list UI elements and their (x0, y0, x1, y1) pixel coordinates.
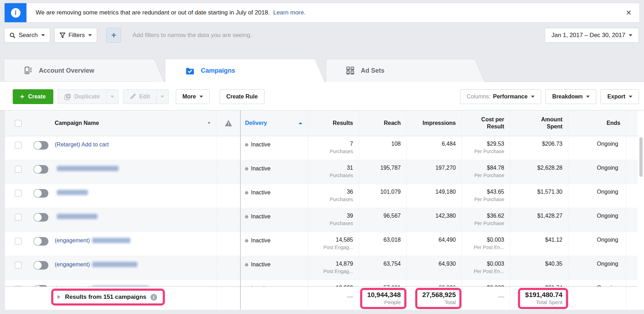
select-all-checkbox[interactable] (15, 120, 22, 127)
campaign-name-link[interactable] (55, 189, 88, 195)
more-button[interactable]: More (176, 89, 210, 104)
redacted-name-blur (57, 214, 97, 219)
expand-triangle-icon[interactable] (58, 295, 60, 299)
toggle-knob (34, 189, 42, 197)
impressions-cell: 149,180 (406, 184, 461, 208)
summary-spent-value: $191,480.74 (525, 291, 562, 299)
summary-cost-value: — (498, 287, 510, 300)
ends-header[interactable]: Ends (568, 110, 626, 136)
spacer-cell (626, 160, 638, 184)
results-cell: 36 Purchases (308, 184, 359, 208)
campaign-toggle[interactable] (34, 237, 48, 246)
info-icon[interactable]: i (150, 294, 157, 301)
search-button[interactable]: Search (4, 28, 50, 43)
tab-campaigns[interactable]: Campaigns (166, 59, 324, 82)
delivery-status: Inactive (251, 141, 270, 147)
results-header[interactable]: Results (308, 110, 359, 136)
impressions-cell: 64,930 (406, 256, 461, 280)
row-checkbox[interactable] (15, 214, 22, 221)
row-toggle-cell (31, 256, 51, 280)
edit-button[interactable]: Edit (123, 90, 156, 104)
row-checkbox[interactable] (15, 262, 22, 268)
breakdown-button[interactable]: Breakdown (545, 89, 596, 104)
add-filter-button[interactable]: + (106, 28, 121, 43)
amount-spent-header[interactable]: Amount Spent (510, 110, 568, 136)
status-dot (245, 191, 248, 194)
ends-value: Ongoing (571, 237, 618, 243)
campaign-toggle[interactable] (34, 189, 48, 198)
tab-campaigns-label: Campaigns (201, 67, 235, 74)
row-toggle-cell (31, 208, 51, 232)
row-toggle-cell (31, 136, 51, 160)
campaign-toggle[interactable] (34, 261, 48, 270)
toggle-knob (34, 213, 42, 221)
results-type: Purchases (310, 221, 353, 226)
export-button-label: Export (607, 93, 625, 100)
campaign-name-link[interactable]: (engagement) (55, 261, 137, 267)
spacer-cell (626, 232, 638, 256)
duplicate-button[interactable]: Duplicate (58, 90, 106, 104)
select-all-cell (5, 110, 31, 136)
impressions-value: 197,270 (409, 165, 456, 171)
results-type: Post Engag... (310, 268, 353, 274)
campaign-name-link[interactable] (55, 165, 119, 171)
learn-more-link[interactable]: Learn more. (273, 9, 306, 16)
columns-prefix-label: Columns: (467, 93, 491, 100)
duplicate-dropdown[interactable] (106, 90, 118, 104)
tab-account-overview[interactable]: Account Overview (4, 59, 164, 82)
cost-per-result-value: $43.65 (464, 189, 504, 195)
row-checkbox[interactable] (15, 190, 22, 197)
columns-value-label: Performance (493, 93, 527, 100)
campaign-toggle[interactable] (34, 213, 48, 222)
toggle-column-header (31, 110, 51, 136)
create-rule-button[interactable]: Create Rule (220, 89, 264, 104)
reach-value: 63,754 (361, 261, 401, 267)
row-checkbox[interactable] (15, 238, 22, 244)
campaign-name-cell: (Retarget) Add to cart (51, 136, 216, 160)
impressions-value: 6,484 (409, 141, 456, 147)
cost-per-result-header[interactable]: Cost per Result (461, 110, 510, 136)
reach-cell: 101,079 (359, 184, 406, 208)
campaign-toggle[interactable] (34, 141, 48, 150)
campaign-name-header[interactable]: Campaign Name (51, 110, 216, 136)
reach-header[interactable]: Reach (359, 110, 406, 136)
summary-warn-spacer (216, 287, 240, 310)
notification-message: We are removing some metrics that are re… (36, 9, 270, 16)
edit-dropdown[interactable] (156, 90, 168, 104)
reach-highlight-box: 10,944,348 People (360, 288, 406, 309)
spacer-cell (626, 256, 638, 280)
campaign-name-link[interactable]: (engagement) (55, 237, 130, 243)
campaign-name-text: (engagement) (55, 237, 90, 243)
delivery-header[interactable]: Delivery (240, 110, 308, 136)
close-icon[interactable]: ✕ (626, 9, 632, 16)
columns-button[interactable]: Columns: Performance (460, 89, 541, 104)
impressions-header[interactable]: Impressions (406, 110, 461, 136)
create-button[interactable]: + Create (13, 89, 53, 104)
row-checkbox[interactable] (15, 142, 22, 149)
tab-ad-sets[interactable]: Ad Sets (326, 59, 484, 82)
amount-spent-value: $41.12 (512, 237, 562, 243)
ends-value: Ongoing (571, 141, 618, 147)
chevron-down-icon (161, 96, 164, 98)
ends-cell: Ongoing (568, 160, 626, 184)
export-button[interactable]: Export (601, 89, 639, 104)
campaign-name-link[interactable] (55, 213, 97, 219)
campaign-name-text: (engagement) (55, 261, 90, 267)
campaign-name-cell (51, 184, 216, 208)
chevron-down-icon (41, 34, 45, 36)
impressions-cell: 6,484 (406, 136, 461, 160)
issues-column-header[interactable] (216, 110, 240, 136)
vertical-scrollbar-thumb[interactable] (639, 137, 643, 177)
summary-impressions-value: 27,568,925 (422, 291, 456, 299)
date-range-selector[interactable]: Jan 1, 2017 – Dec 30, 2017 (545, 28, 639, 43)
filter-input-placeholder[interactable]: Add filters to narrow the data you are s… (132, 32, 252, 39)
table-row: (Retarget) Add to cart Inactive 7 Purcha… (5, 136, 638, 160)
chevron-down-icon[interactable] (208, 122, 210, 124)
bottom-strip (0, 310, 644, 314)
campaign-name-link[interactable]: (Retarget) Add to cart (55, 141, 109, 147)
filters-button[interactable]: Filters (54, 28, 97, 43)
amount-spent-value: $2,628.28 (512, 165, 562, 171)
impressions-cell: 197,270 (406, 160, 461, 184)
row-checkbox[interactable] (15, 166, 22, 173)
campaign-toggle[interactable] (34, 165, 48, 174)
